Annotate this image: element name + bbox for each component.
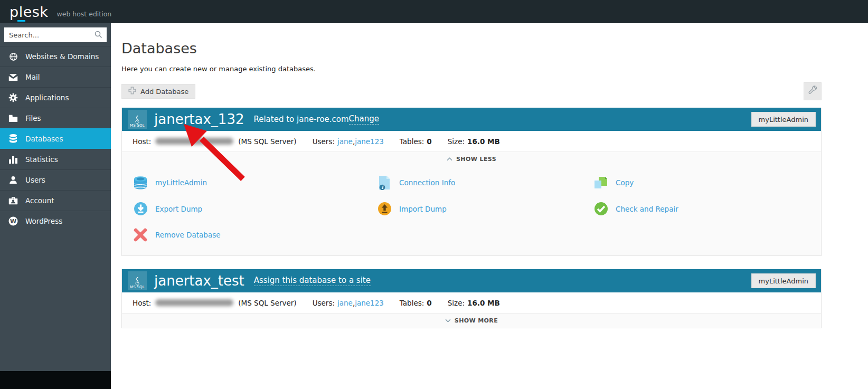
top-bar: plesk web host edition — [0, 0, 868, 23]
size-group: Size: 16.0 MB — [448, 137, 500, 146]
wrench-icon — [808, 86, 818, 97]
copy-icon — [593, 176, 609, 189]
tool-export-dump[interactable]: Export Dump — [122, 196, 366, 222]
chevron-up-icon — [447, 156, 452, 163]
db-cylinder-icon — [133, 176, 148, 190]
database-name: janertax_132 — [154, 112, 244, 126]
users-label: Users: — [313, 299, 335, 307]
globe-icon — [8, 52, 18, 61]
edition-label: web host edition — [56, 10, 111, 18]
tool-label: Check and Repair — [616, 205, 678, 213]
search-icon[interactable] — [95, 31, 102, 41]
mylittleadmin-button[interactable]: myLittleAdmin — [751, 112, 816, 127]
database-tools-grid: myLittleAdmin i Connection Info — [122, 166, 821, 255]
show-more-label: SHOW MORE — [455, 317, 498, 324]
tool-check-and-repair[interactable]: Check and Repair — [582, 196, 821, 222]
check-repair-icon — [593, 202, 609, 216]
users-group: Users: jane, jane123 — [313, 299, 384, 307]
sidebar-item-label: Files — [25, 114, 41, 122]
remove-database-icon — [133, 227, 148, 242]
tables-value: 0 — [427, 299, 431, 307]
users-group: Users: jane, jane123 — [313, 137, 384, 146]
id-card-icon — [8, 196, 18, 205]
sidebar-item-users[interactable]: Users — [0, 169, 111, 190]
tables-value: 0 — [427, 137, 431, 146]
related-site-text: Related to jane-roe.com — [253, 115, 348, 124]
tool-label: Copy — [616, 178, 634, 187]
sidebar-item-label: Applications — [25, 93, 69, 102]
gear-icon — [8, 93, 18, 102]
sidebar-item-label: Mail — [25, 73, 40, 81]
host-type: (MS SQL Server) — [238, 299, 296, 307]
svg-text:W: W — [10, 218, 16, 225]
mylittleadmin-button[interactable]: myLittleAdmin — [751, 273, 816, 288]
chevron-down-icon — [445, 317, 451, 324]
size-label: Size: — [448, 299, 465, 307]
tool-remove-database[interactable]: Remove Database — [122, 222, 366, 248]
tools-settings-button[interactable] — [804, 82, 822, 100]
user-link-jane123[interactable]: jane123 — [355, 137, 384, 146]
show-more-toggle[interactable]: SHOW MORE — [122, 314, 821, 328]
sidebar-item-label: Databases — [25, 135, 63, 143]
card-header: MS SQL janertax_132 Related to jane-roe.… — [122, 108, 821, 131]
bar-chart-icon — [8, 155, 18, 164]
tool-import-dump[interactable]: Import Dump — [366, 196, 582, 222]
tool-label: Remove Database — [155, 231, 221, 239]
folder-icon — [8, 115, 18, 122]
user-link-jane123[interactable]: jane123 — [355, 299, 384, 307]
sidebar-item-label: Websites & Domains — [25, 52, 99, 61]
sidebar-item-label: Statistics — [25, 155, 58, 164]
main-content: Databases Here you can create new or man… — [111, 23, 868, 389]
user-link-jane[interactable]: jane — [337, 137, 353, 146]
mssql-icon: MS SQL — [128, 110, 147, 129]
search-box — [0, 23, 111, 46]
add-database-button[interactable]: Add Database — [121, 84, 195, 99]
size-value: 16.0 MB — [467, 137, 500, 146]
sidebar-item-statistics[interactable]: Statistics — [0, 149, 111, 169]
database-card-janertax-132: MS SQL janertax_132 Related to jane-roe.… — [121, 108, 822, 256]
tables-group: Tables: 0 — [400, 137, 432, 146]
sidebar-item-mail[interactable]: Mail — [0, 67, 111, 87]
tool-connection-info[interactable]: i Connection Info — [366, 169, 582, 196]
sidebar-item-applications[interactable]: Applications — [0, 87, 111, 108]
database-info-row: Host: (MS SQL Server) Users: jane, jane1… — [122, 131, 821, 152]
tool-copy[interactable]: Copy — [582, 169, 821, 196]
mssql-badge-label: MS SQL — [130, 124, 145, 128]
user-icon — [8, 176, 18, 184]
plesk-logo[interactable]: plesk — [10, 5, 48, 19]
show-less-toggle[interactable]: SHOW LESS — [122, 152, 821, 166]
tables-group: Tables: 0 — [400, 299, 432, 307]
search-input[interactable] — [4, 27, 107, 42]
sidebar-item-account[interactable]: Account — [0, 190, 111, 211]
sidebar-item-websites-domains[interactable]: Websites & Domains — [0, 46, 111, 67]
wordpress-icon: W — [8, 216, 18, 226]
plus-icon — [128, 87, 136, 96]
tool-label: Connection Info — [399, 178, 455, 187]
sidebar-item-databases[interactable]: Databases — [0, 128, 111, 149]
card-header: MS SQL janertax_test Assign this databas… — [122, 269, 821, 292]
page-subtitle: Here you can create new or manage existi… — [121, 65, 822, 73]
redacted-host-name — [155, 299, 233, 306]
host-label: Host: — [133, 137, 151, 146]
assign-database-link[interactable]: Assign this database to a site — [254, 276, 371, 286]
sidebar-item-wordpress[interactable]: W WordPress — [0, 211, 111, 231]
change-related-site-link[interactable]: Change — [349, 114, 379, 125]
user-link-jane[interactable]: jane — [337, 299, 353, 307]
mssql-icon: MS SQL — [128, 271, 147, 290]
show-less-label: SHOW LESS — [456, 156, 496, 163]
tables-label: Tables: — [400, 137, 424, 146]
import-dump-icon — [376, 202, 392, 216]
tool-mylittleadmin[interactable]: myLittleAdmin — [122, 169, 366, 196]
connection-info-icon: i — [376, 175, 392, 190]
size-value: 16.0 MB — [467, 299, 500, 307]
host-type: (MS SQL Server) — [238, 137, 296, 146]
size-group: Size: 16.0 MB — [448, 299, 500, 307]
mssql-badge-label: MS SQL — [130, 286, 145, 289]
sidebar-item-label: Users — [25, 176, 45, 184]
sidebar-item-files[interactable]: Files — [0, 108, 111, 128]
database-icon — [8, 134, 18, 144]
tool-label: Import Dump — [399, 205, 447, 213]
tool-label: Export Dump — [155, 205, 202, 213]
redacted-host-name — [155, 138, 233, 145]
database-info-row: Host: (MS SQL Server) Users: jane, jane1… — [122, 292, 821, 314]
